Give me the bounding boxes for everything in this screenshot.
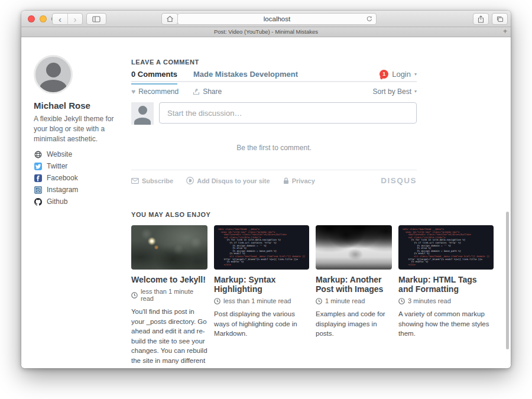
back-icon[interactable]: ‹ bbox=[53, 14, 67, 24]
disqus-share-button[interactable]: Share bbox=[193, 87, 222, 96]
disqus-header: 0 Comments Made Mistakes Development 1 L… bbox=[131, 72, 417, 82]
sidebar-item-instagram[interactable]: Instagram bbox=[34, 184, 127, 196]
post-meta: 3 minutes read bbox=[398, 297, 494, 304]
sidebar-item-website[interactable]: Website bbox=[34, 148, 127, 160]
sidebar-item-label: Twitter bbox=[47, 162, 67, 170]
disqus-d-icon bbox=[186, 177, 194, 184]
author-name: Michael Rose bbox=[34, 100, 127, 111]
home-icon bbox=[166, 15, 174, 22]
main-column: LEAVE A COMMENT 0 Comments Made Mistakes… bbox=[131, 37, 494, 368]
show-tabs-button[interactable] bbox=[492, 13, 508, 25]
post-excerpt: Examples and code for displaying images … bbox=[316, 309, 392, 339]
related-heading: YOU MAY ALSO ENJOY bbox=[131, 211, 494, 218]
clock-icon bbox=[316, 298, 322, 304]
comment-count-tab[interactable]: 0 Comments bbox=[131, 70, 177, 79]
post-thumbnail[interactable] bbox=[131, 225, 207, 270]
share-icon bbox=[478, 15, 484, 23]
chevron-down-icon: ▾ bbox=[414, 72, 417, 77]
github-icon bbox=[34, 198, 42, 206]
post-meta: less than 1 minute read bbox=[131, 288, 207, 302]
read-time: less than 1 minute read bbox=[141, 288, 207, 302]
url-text: localhost bbox=[264, 15, 290, 22]
avatar bbox=[34, 55, 73, 94]
sidebar-item-label: Github bbox=[47, 197, 67, 206]
notification-badge: 1 bbox=[379, 70, 388, 79]
lock-icon bbox=[283, 177, 289, 184]
author-sidebar: Michael Rose A flexible Jekyll theme for… bbox=[34, 37, 127, 207]
post-thumbnail[interactable]: <div class="masthead __menu"> <nav id="s… bbox=[398, 225, 494, 270]
sidebar-toggle-button[interactable] bbox=[86, 13, 106, 25]
add-disqus-link[interactable]: Add Disqus to your site bbox=[186, 177, 270, 184]
read-time: 1 minute read bbox=[325, 297, 365, 304]
commenter-avatar bbox=[131, 102, 154, 125]
address-bar[interactable]: localhost bbox=[177, 13, 377, 25]
code-line: </ul> bbox=[403, 264, 489, 267]
recommend-button[interactable]: ♥ Recommend bbox=[131, 87, 179, 96]
share-label: Share bbox=[203, 87, 222, 96]
close-window-button[interactable] bbox=[28, 15, 35, 22]
reload-icon[interactable] bbox=[366, 15, 372, 22]
related-post-card: Markup: Another Post with Images 1 minut… bbox=[316, 225, 392, 368]
active-tab[interactable]: Post: Video (YouTube) - Minimal Mistakes bbox=[21, 27, 511, 37]
comments-heading: LEAVE A COMMENT bbox=[131, 59, 494, 66]
post-title-link[interactable]: Markup: Syntax Highlighting bbox=[214, 275, 309, 294]
instagram-icon bbox=[34, 186, 42, 194]
post-meta: 1 minute read bbox=[316, 297, 392, 304]
tabs-overview-icon bbox=[496, 15, 504, 22]
envelope-icon bbox=[131, 178, 139, 184]
sidebar-item-facebook[interactable]: Facebook bbox=[34, 172, 127, 184]
share-button[interactable] bbox=[473, 13, 489, 25]
sidebar-item-label: Instagram bbox=[47, 186, 78, 194]
post-title-link[interactable]: Markup: Another Post with Images bbox=[316, 275, 392, 294]
subscribe-label: Subscribe bbox=[142, 177, 173, 184]
home-button[interactable] bbox=[161, 13, 178, 25]
related-posts-grid: Welcome to Jekyll! less than 1 minute re… bbox=[131, 225, 494, 368]
post-thumbnail[interactable]: <div class="masthead __menu"> <nav id="s… bbox=[214, 225, 309, 270]
forward-icon[interactable]: › bbox=[67, 14, 82, 24]
post-title-link[interactable]: Markup: HTML Tags and Formatting bbox=[398, 275, 494, 294]
clock-icon bbox=[398, 298, 405, 304]
post-excerpt: A variety of common markup showing how t… bbox=[398, 309, 494, 339]
login-label: Login bbox=[392, 70, 411, 79]
privacy-label: Privacy bbox=[292, 177, 315, 184]
post-title-link[interactable]: Welcome to Jekyll! bbox=[131, 275, 207, 284]
chevron-down-icon: ▾ bbox=[414, 89, 417, 94]
post-meta: less than 1 minute read bbox=[214, 297, 309, 304]
heart-icon: ♥ bbox=[131, 87, 135, 96]
comment-input[interactable] bbox=[159, 102, 417, 124]
clock-icon bbox=[214, 298, 220, 304]
disqus-logo[interactable]: DISQUS bbox=[381, 176, 417, 185]
sidebar-item-label: Facebook bbox=[47, 174, 78, 182]
post-excerpt: Post displaying the various ways of high… bbox=[214, 309, 309, 339]
add-disqus-label: Add Disqus to your site bbox=[197, 177, 270, 184]
comment-composer bbox=[131, 102, 417, 125]
minimize-window-button[interactable] bbox=[40, 15, 47, 22]
sort-menu[interactable]: Sort by Best ▾ bbox=[373, 87, 417, 96]
disqus-actions-row: ♥ Recommend Share Sort by Best ▾ bbox=[131, 87, 417, 96]
disqus-footer: Subscribe Add Disqus to your site bbox=[131, 176, 417, 185]
recommend-label: Recommend bbox=[138, 87, 179, 96]
scrollbar-thumb[interactable] bbox=[506, 212, 509, 349]
clock-icon bbox=[131, 292, 138, 299]
related-post-card: <div class="masthead __menu"> <nav id="s… bbox=[398, 225, 494, 368]
privacy-link[interactable]: Privacy bbox=[283, 177, 315, 184]
browser-window: ‹ › localhost bbox=[21, 11, 511, 368]
history-nav-group: ‹ › bbox=[52, 13, 83, 25]
facebook-icon bbox=[34, 174, 42, 182]
post-excerpt: You'll find this post in your _posts dir… bbox=[131, 307, 207, 368]
globe-icon bbox=[34, 151, 42, 158]
community-link[interactable]: Made Mistakes Development bbox=[193, 70, 298, 79]
sort-label: Sort by Best bbox=[373, 87, 411, 96]
code-line: </ul> bbox=[218, 264, 305, 267]
disqus-embed: 0 Comments Made Mistakes Development 1 L… bbox=[131, 72, 417, 185]
divider bbox=[131, 170, 417, 170]
twitter-icon bbox=[34, 163, 42, 170]
sidebar-icon bbox=[92, 16, 100, 22]
sidebar-item-twitter[interactable]: Twitter bbox=[34, 160, 127, 172]
new-tab-icon[interactable]: + bbox=[503, 27, 507, 36]
subscribe-link[interactable]: Subscribe bbox=[131, 177, 173, 184]
sidebar-item-github[interactable]: Github bbox=[34, 196, 127, 207]
post-thumbnail[interactable] bbox=[316, 225, 392, 270]
login-menu[interactable]: 1 Login ▾ bbox=[379, 70, 417, 79]
page-content: Michael Rose A flexible Jekyll theme for… bbox=[21, 37, 511, 368]
